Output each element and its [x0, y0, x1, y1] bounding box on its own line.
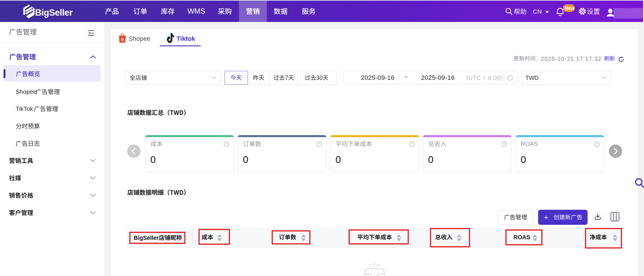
svg-text:?: ?	[503, 142, 505, 146]
svg-text:S: S	[121, 37, 124, 42]
svg-text:?: ?	[509, 76, 511, 80]
svg-text:?: ?	[318, 142, 320, 146]
svg-text:?: ?	[596, 142, 598, 146]
svg-text:?: ?	[226, 142, 228, 146]
svg-text:?: ?	[411, 142, 413, 146]
